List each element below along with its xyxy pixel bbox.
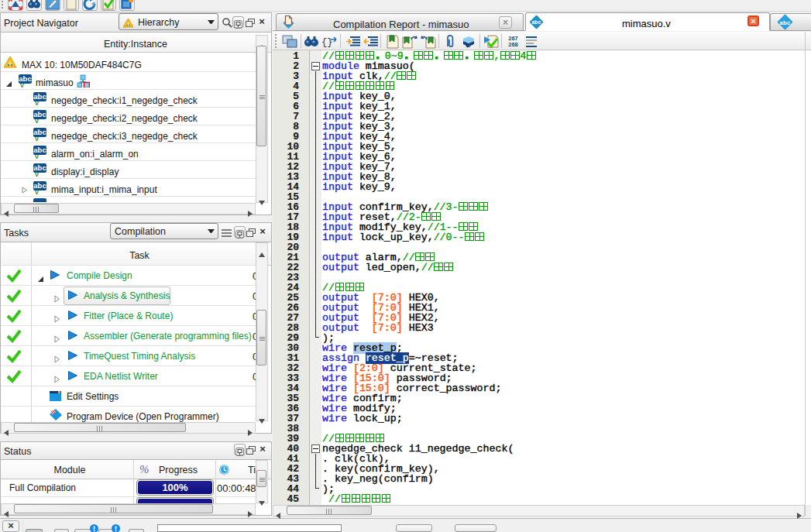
svg-text:abc: abc xyxy=(780,19,791,26)
svg-text:{}: {} xyxy=(321,37,332,48)
svg-text:abc: abc xyxy=(531,19,541,25)
